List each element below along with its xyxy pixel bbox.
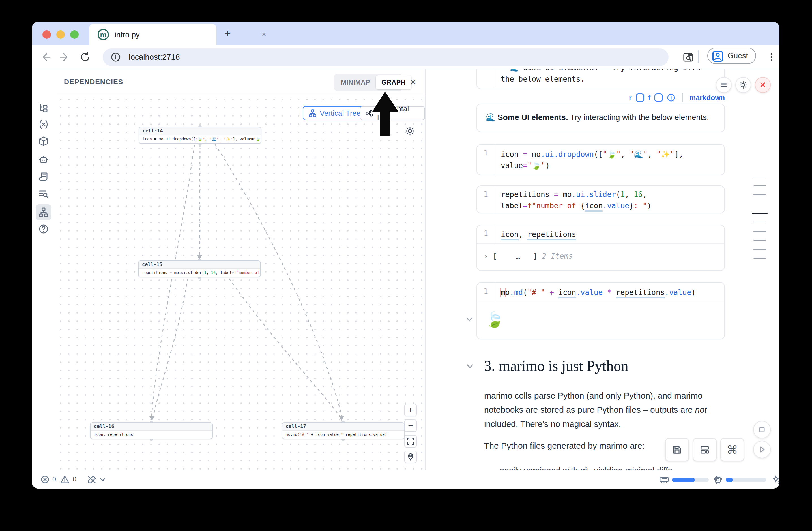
format-hint-key: f (648, 94, 650, 102)
location-pin-icon (407, 453, 414, 460)
cell-menu-button[interactable] (716, 77, 731, 93)
save-button[interactable] (665, 438, 689, 461)
traffic-close-button[interactable] (42, 30, 51, 39)
profile-button[interactable]: Guest (707, 47, 756, 64)
vertical-tree-icon (308, 109, 317, 117)
gear-icon (739, 81, 748, 89)
run-hint-key: r (629, 94, 632, 102)
sidebar-item-packages[interactable] (35, 133, 52, 149)
code-cell-md-output[interactable]: 1 mo.md("# " + icon.value * repetitions.… (476, 282, 725, 339)
browser-toolbar: localhost:2718 Guest (32, 45, 780, 69)
section-collapse-chevron-icon[interactable] (465, 363, 475, 370)
forward-icon[interactable] (59, 52, 70, 63)
minimap-cell-line (753, 249, 766, 250)
collapse-chevron-icon[interactable] (465, 316, 474, 323)
code-editor: mo.md("# " + icon.value * repetitions.va… (495, 283, 724, 303)
code-cell-slider[interactable]: 1 repetitions = mo.ui.slider(1, 16,label… (476, 185, 725, 213)
leaf-output: 🍃 (477, 303, 724, 329)
node-title: cell-14 (139, 127, 261, 135)
minimap-cell-line (753, 231, 766, 232)
errors-indicator[interactable] (41, 475, 49, 484)
node-title: cell-15 (139, 261, 260, 269)
activity-sidebar (32, 69, 57, 470)
graph-node-cell-17[interactable]: cell-17 mo.md("# " + icon.value * repeti… (282, 422, 405, 439)
site-info-icon[interactable] (111, 52, 121, 62)
paragraph-line-1: marimo cells parse Python (and only Pyth… (484, 389, 702, 403)
section-heading: 3. marimo is just Python (484, 358, 628, 374)
guest-label: Guest (728, 52, 748, 60)
shutdown-button[interactable] (755, 77, 771, 93)
markdown-output-text: 🌊 Some UI elements. Try interacting with… (477, 104, 724, 122)
fit-view-button[interactable] (404, 435, 417, 447)
sidebar-item-files[interactable] (35, 100, 52, 116)
formatter-chevron-icon[interactable] (99, 477, 106, 482)
zoom-in-button[interactable]: + (404, 404, 417, 416)
keyboard-shortcuts-button[interactable]: ⌘ (720, 438, 744, 461)
tab-minimap[interactable]: MINIMAP (335, 75, 376, 89)
formatter-toggle[interactable] (87, 475, 97, 484)
expression-output[interactable]: › [ … ] 2 Items (477, 244, 724, 260)
info-icon[interactable] (667, 94, 675, 102)
dependency-graph-canvas[interactable]: cell-14 icon = mo.ui.dropdown(["🍃", "🌊",… (57, 96, 425, 470)
warning-triangle-icon (60, 475, 69, 484)
format-hint-box-icon (654, 94, 663, 102)
sidebar-item-scratchpad[interactable] (35, 169, 52, 185)
search-tabs-icon[interactable] (683, 52, 695, 63)
hint-divider (682, 93, 683, 102)
layout-icon (700, 445, 710, 455)
browser-tab[interactable]: m intro.py × (89, 24, 216, 45)
zoom-out-button[interactable]: − (404, 419, 417, 432)
sidebar-item-tracer[interactable] (35, 186, 52, 202)
toolbar-divider (698, 51, 699, 63)
view-switcher: MINIMAP GRAPH (334, 74, 402, 91)
graph-node-cell-16[interactable]: cell-16 icon, repetitions (90, 422, 213, 439)
new-tab-button[interactable]: + (222, 28, 233, 39)
cell-footer-hints: r f markdown (476, 92, 725, 103)
back-icon[interactable] (40, 52, 51, 63)
line-number: 1 (477, 283, 495, 303)
node-code: repetitions = mo.ui.slider(1, 16, label=… (139, 269, 260, 276)
browser-menu-icon[interactable] (766, 52, 777, 63)
dependencies-panel: DEPENDENCIES MINIMAP GRAPH ✕ (57, 69, 425, 470)
cell-language-label[interactable]: markdown (690, 94, 725, 102)
warning-count: 0 (73, 475, 76, 483)
traffic-zoom-button[interactable] (70, 30, 79, 39)
url-bar[interactable]: localhost:2718 (103, 48, 669, 66)
hamburger-icon (720, 81, 728, 89)
traffic-minimize-button[interactable] (56, 30, 65, 39)
ai-sparkle-icon[interactable] (771, 475, 780, 484)
run-all-button[interactable] (753, 441, 771, 458)
graph-node-cell-15[interactable]: cell-15 repetitions = mo.ui.slider(1, 16… (138, 260, 261, 277)
code-editor: icon = mo.ui.dropdown(["🍃", "🌊", "✨"],va… (495, 145, 724, 175)
tab-close-icon[interactable]: × (259, 29, 269, 40)
markdown-cell-editor[interactable]: 1 **🌊 Some UI elements.** Try interactin… (476, 69, 725, 89)
cpu-usage-bar (726, 478, 766, 482)
command-icon: ⌘ (727, 443, 738, 456)
sidebar-item-ai-chat[interactable] (35, 152, 52, 168)
code-cell-dropdown[interactable]: 1 icon = mo.ui.dropdown(["🍃", "🌊", "✨"],… (476, 144, 725, 175)
code-editor: repetitions = mo.ui.slider(1, 16,label=f… (495, 186, 724, 215)
sidebar-item-variables[interactable] (35, 116, 52, 132)
stop-icon (758, 426, 766, 433)
locate-node-button[interactable] (404, 450, 417, 463)
warnings-indicator[interactable] (60, 475, 69, 484)
notebook-area: 1 **🌊 Some UI elements.** Try interactin… (425, 69, 780, 470)
wave-emoji: 🌊 (485, 113, 495, 122)
expand-chevron[interactable]: › (484, 252, 488, 260)
sidebar-item-help[interactable] (35, 221, 52, 237)
play-icon (758, 446, 766, 454)
tab-title: intro.py (115, 31, 140, 39)
sidebar-item-dependencies[interactable] (35, 204, 52, 220)
code-cell-expression[interactable]: 1 icon, repetitions › [ … ] 2 Items (476, 225, 725, 271)
reload-icon[interactable] (79, 52, 91, 63)
vertical-tree-button[interactable]: Vertical Tree (303, 106, 366, 120)
line-number: 1 (477, 69, 495, 88)
leaf-emoji: 🍃 (485, 311, 504, 328)
notebook-settings-button[interactable] (735, 77, 751, 93)
clipped-list-item: easily versioned with git, yielding mini… (499, 463, 672, 470)
layout-button[interactable] (693, 438, 717, 461)
panel-close-icon[interactable]: ✕ (407, 77, 419, 88)
interrupt-button[interactable] (753, 421, 771, 439)
graph-node-cell-14[interactable]: cell-14 icon = mo.ui.dropdown(["🍃", "🌊",… (139, 127, 261, 144)
tab-graph[interactable]: GRAPH (376, 75, 411, 89)
